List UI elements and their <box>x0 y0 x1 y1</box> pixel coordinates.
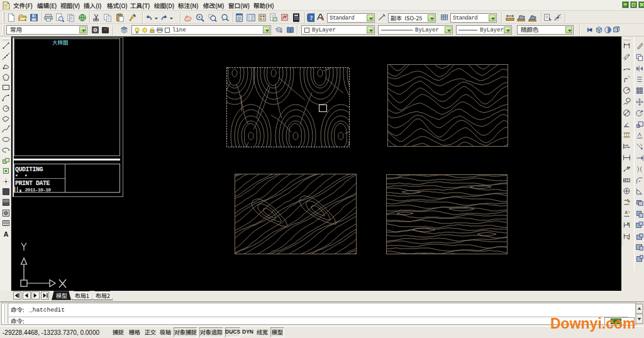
svg-text:A: A <box>3 230 8 237</box>
svg-text:?: ? <box>310 14 313 21</box>
svg-text:A: A <box>625 210 628 215</box>
